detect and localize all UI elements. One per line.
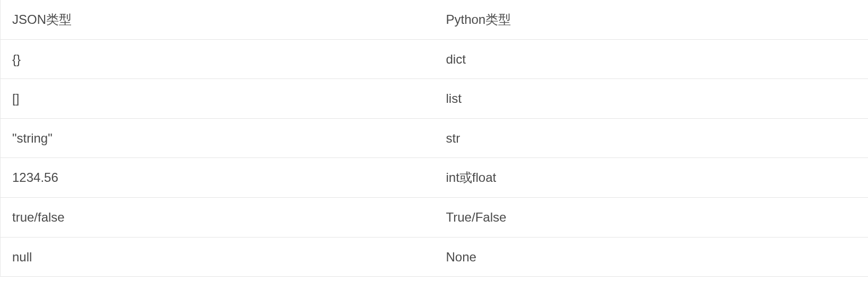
cell-python-value: dict [435,39,869,79]
table-row: true/false True/False [1,197,868,237]
table-row: null None [1,237,868,277]
cell-python-value: str [435,118,869,158]
cell-json-value: [] [1,79,435,119]
table-row: "string" str [1,118,868,158]
cell-python-value: None [435,237,869,277]
header-python-type: Python类型 [435,0,869,39]
type-mapping-table: JSON类型 Python类型 {} dict [] list "string"… [0,0,868,277]
cell-json-value: true/false [1,197,435,237]
cell-json-value: {} [1,39,435,79]
cell-python-value: list [435,79,869,119]
table-row: {} dict [1,39,868,79]
table-header-row: JSON类型 Python类型 [1,0,868,39]
cell-python-value: int或float [435,158,869,198]
cell-json-value: null [1,237,435,277]
table-row: 1234.56 int或float [1,158,868,198]
table-row: [] list [1,79,868,119]
table: JSON类型 Python类型 {} dict [] list "string"… [1,0,868,277]
cell-json-value: 1234.56 [1,158,435,198]
cell-python-value: True/False [435,197,869,237]
cell-json-value: "string" [1,118,435,158]
header-json-type: JSON类型 [1,0,435,39]
